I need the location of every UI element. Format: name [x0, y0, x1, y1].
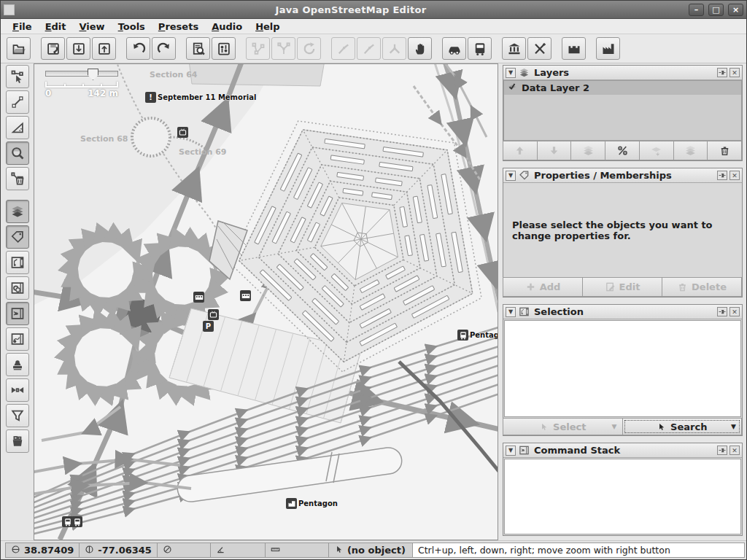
- layer-name: Data Layer 2: [522, 82, 589, 93]
- search-button[interactable]: [186, 37, 210, 60]
- layers-toolbar: [503, 141, 742, 160]
- save-button[interactable]: [41, 37, 65, 60]
- select-tool[interactable]: [6, 65, 29, 88]
- longitude-field: -77.06345: [79, 542, 158, 558]
- preset-factory-button[interactable]: [596, 37, 620, 60]
- poi-bus-depot-2[interactable]: [71, 516, 82, 527]
- pan-button[interactable]: [408, 37, 432, 60]
- download-button[interactable]: [66, 37, 90, 60]
- busrow-map-icon: [240, 290, 251, 301]
- selection-panel-header: ▼ Selection ✕: [503, 305, 742, 319]
- undo-button[interactable]: [126, 37, 150, 60]
- properties-panel-title: Properties / Memberships: [533, 170, 714, 181]
- preset-car-button[interactable]: [442, 37, 466, 60]
- menu-tools[interactable]: Tools: [112, 20, 151, 33]
- layer-data-layer-2[interactable]: Data Layer 2: [504, 81, 741, 95]
- command-stack-toggle[interactable]: [6, 302, 29, 325]
- close-panel-icon[interactable]: ✕: [729, 307, 740, 316]
- upload-button[interactable]: [92, 37, 116, 60]
- menu-view[interactable]: View: [74, 20, 111, 33]
- pin-icon[interactable]: [717, 446, 727, 455]
- poi-parking[interactable]: P: [203, 321, 214, 332]
- selection-list[interactable]: [504, 320, 741, 417]
- poi-tv-2[interactable]: [208, 309, 219, 320]
- tags-icon: [519, 170, 530, 181]
- distance-field: [265, 542, 329, 558]
- open-button[interactable]: [7, 37, 31, 60]
- park-map-icon: P: [203, 321, 214, 332]
- select-button: Select▼: [503, 418, 623, 435]
- app-icon: [4, 4, 15, 15]
- menu-edit[interactable]: Edit: [39, 20, 72, 33]
- properties-toggle[interactable]: [6, 225, 29, 249]
- longitude-icon: [85, 545, 94, 556]
- app-window: Java OpenStreetMap Editor – □ × FileEdit…: [0, 0, 747, 560]
- poi-september-11-memorial[interactable]: !September 11 Memorial: [145, 92, 256, 103]
- poi-pentagon-station[interactable]: Pentagon: [286, 498, 338, 509]
- layers-toggle[interactable]: [6, 200, 29, 223]
- simplify-way-button: [382, 37, 406, 60]
- close-panel-icon[interactable]: ✕: [729, 446, 740, 455]
- map-view[interactable]: !September 11 MemorialPPentagonPentagonS…: [34, 63, 498, 540]
- filter-toggle[interactable]: [6, 404, 29, 427]
- map-styles-toggle[interactable]: [6, 327, 29, 351]
- statusbar: 38.87409 -77.06345 (no object) Ctrl+up, …: [1, 540, 746, 559]
- layer-opacity-button[interactable]: [605, 141, 640, 160]
- preferences-button[interactable]: [212, 37, 236, 60]
- poi-tv-1[interactable]: [177, 127, 188, 138]
- map-scale: 0 142 m: [45, 82, 118, 98]
- unglue-button: [246, 37, 270, 60]
- minimize-button[interactable]: –: [689, 4, 704, 16]
- layer-mergedown-button: [639, 141, 674, 160]
- collapse-icon[interactable]: ▼: [506, 68, 516, 78]
- collapse-icon[interactable]: ▼: [506, 307, 516, 317]
- conflict-toggle[interactable]: [6, 378, 29, 402]
- delete-tool[interactable]: [6, 167, 29, 190]
- cursor-icon: [334, 545, 344, 556]
- preset-museum-button[interactable]: [502, 37, 526, 60]
- layers-panel-title: Layers: [533, 67, 714, 78]
- window-title: Java OpenStreetMap Editor: [18, 4, 684, 15]
- pin-icon[interactable]: [717, 307, 727, 316]
- right-panel-column: ▼ Layers ✕ Data Layer 2 ▼ Properties / M…: [498, 63, 746, 540]
- preset-bus-button[interactable]: [468, 37, 492, 60]
- collapse-icon[interactable]: ▼: [506, 446, 516, 456]
- preset-restaurant-button[interactable]: [527, 37, 551, 60]
- poi-pentagon-busstop[interactable]: Pentagon: [457, 330, 498, 341]
- menu-presets[interactable]: Presets: [152, 20, 204, 33]
- collapse-icon[interactable]: ▼: [506, 171, 516, 181]
- maximize-button[interactable]: □: [708, 4, 724, 16]
- layers-list[interactable]: Data Layer 2: [503, 80, 742, 141]
- zoom-slider-thumb[interactable]: [88, 69, 98, 80]
- draw-node-tool[interactable]: [6, 90, 29, 114]
- history-toggle[interactable]: [6, 353, 29, 376]
- changeset-toggle[interactable]: [6, 429, 29, 453]
- scale-max: 142 m: [88, 88, 118, 98]
- menu-help[interactable]: Help: [249, 20, 285, 33]
- menu-audio[interactable]: Audio: [206, 20, 248, 33]
- poi-bus-stop-2[interactable]: [240, 290, 251, 301]
- close-panel-icon[interactable]: ✕: [729, 171, 740, 180]
- redo-button[interactable]: [152, 37, 176, 60]
- pin-icon[interactable]: [717, 171, 727, 180]
- close-button[interactable]: ×: [728, 4, 743, 16]
- command-stack-panel-title: Command Stack: [533, 445, 714, 456]
- layer-delete-button[interactable]: [707, 141, 742, 160]
- properties-buttons: AddEditDelete: [503, 277, 742, 297]
- poi-bus-stop-1[interactable]: [193, 292, 204, 303]
- menu-file[interactable]: File: [7, 20, 38, 33]
- selection-toggle[interactable]: [6, 251, 29, 274]
- pin-icon[interactable]: [717, 68, 727, 77]
- zoom-slider-track[interactable]: [45, 71, 118, 77]
- relations-toggle[interactable]: [6, 276, 29, 300]
- zoom-tool[interactable]: [6, 141, 29, 165]
- measure-tool[interactable]: [6, 116, 29, 139]
- statusbar-help: Ctrl+up, left, down, right; move zoom wi…: [412, 542, 745, 558]
- selection-buttons: Select▼Search▼: [503, 418, 742, 435]
- search-panel-button[interactable]: Search▼: [622, 418, 743, 435]
- preset-castle-button[interactable]: [562, 37, 586, 60]
- command-stack-list[interactable]: [504, 459, 741, 534]
- heading-icon: [163, 545, 172, 556]
- zoom-slider[interactable]: [45, 69, 118, 80]
- close-panel-icon[interactable]: ✕: [729, 68, 740, 77]
